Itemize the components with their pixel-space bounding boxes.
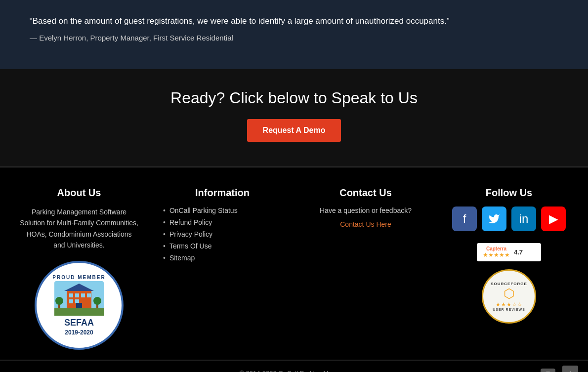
contact-us-here-link[interactable]: Contact Us Here (306, 220, 425, 228)
youtube-icon[interactable]: ▶ (541, 207, 566, 231)
sf-stars: ★★★☆☆ (496, 301, 523, 308)
social-icons-group: f in ▶ (450, 207, 568, 231)
capterra-stars: ★★★★★ (483, 251, 510, 258)
info-title: Information (163, 187, 282, 199)
list-item[interactable]: OnCall Parking Status (163, 207, 282, 214)
revain-icon[interactable]: R (541, 369, 555, 372)
copyright-text: © 2014-2020 OnCall Parking Manager (239, 370, 348, 372)
revain-widget: R Revain (541, 369, 578, 372)
footer-contact-col: Contact Us Have a question or feedback? … (296, 187, 435, 350)
sefaa-acronym: SEFAA (52, 318, 105, 328)
quote-section: “Based on the amount of guest registrati… (0, 0, 588, 69)
capterra-badge[interactable]: Capterra ★★★★★ 4.7 (477, 243, 541, 261)
svg-point-12 (55, 297, 63, 305)
sefaa-logo-svg (54, 281, 104, 316)
capterra-logo-text: Capterra (486, 246, 506, 251)
facebook-icon[interactable]: f (452, 207, 477, 231)
footer-about-col: About Us Parking Management Software Sol… (10, 187, 148, 350)
about-description: Parking Management Software Solution for… (20, 207, 138, 251)
quote-text: “Based on the amount of guest registrati… (30, 15, 558, 28)
refund-policy-link[interactable]: Refund Policy (169, 218, 212, 226)
svg-point-14 (93, 297, 101, 305)
list-item[interactable]: Refund Policy (163, 218, 282, 226)
sourceforge-badge[interactable]: SourceForge ⬡ ★★★☆☆ User Reviews (482, 269, 536, 324)
sefaa-badge: PROUD MEMBER (20, 261, 138, 350)
list-item[interactable]: Sitemap (163, 254, 282, 262)
badges-area: Capterra ★★★★★ 4.7 SourceForge ⬡ ★★★☆☆ U… (450, 243, 568, 324)
footer: About Us Parking Management Software Sol… (0, 167, 588, 360)
capterra-score: 4.7 (514, 248, 523, 256)
linkedin-icon[interactable]: in (511, 207, 536, 231)
sf-bottom-text: User Reviews (493, 308, 525, 311)
svg-rect-9 (76, 303, 82, 308)
twitter-icon[interactable] (482, 207, 506, 231)
quote-author: — Evelyn Herron, Property Manager, First… (30, 34, 558, 42)
contact-title: Contact Us (306, 187, 425, 199)
follow-title: Follow Us (450, 187, 568, 199)
list-item[interactable]: Terms Of Use (163, 242, 282, 250)
proud-member-text: PROUD MEMBER (52, 275, 105, 280)
svg-rect-8 (75, 299, 79, 303)
about-title: About Us (20, 187, 138, 199)
svg-rect-6 (87, 293, 91, 297)
cta-section: Ready? Click below to Speak to Us Reques… (0, 69, 588, 167)
list-item[interactable]: Privacy Policy (163, 230, 282, 238)
sf-top-text: SourceForge (491, 282, 527, 286)
svg-rect-4 (75, 293, 79, 297)
svg-rect-7 (69, 299, 73, 303)
footer-bottom: © 2014-2020 OnCall Parking Manager ↑ R R… (0, 360, 588, 372)
info-list: OnCall Parking Status Refund Policy Priv… (163, 207, 282, 262)
sf-logo-icon: ⬡ (504, 286, 515, 301)
svg-rect-3 (69, 293, 73, 297)
sefaa-year: 2019-2020 (52, 329, 105, 336)
privacy-policy-link[interactable]: Privacy Policy (169, 230, 212, 238)
contact-subtitle: Have a question or feedback? (306, 207, 425, 214)
sefaa-circle: PROUD MEMBER (35, 261, 124, 350)
svg-rect-1 (54, 308, 104, 316)
footer-follow-col: Follow Us f in ▶ Capterra ★★★★★ 4.7 (440, 187, 578, 350)
footer-info-col: Information OnCall Parking Status Refund… (153, 187, 292, 350)
oncall-parking-status-link[interactable]: OnCall Parking Status (169, 207, 238, 214)
request-demo-button[interactable]: Request A Demo (247, 119, 341, 142)
sitemap-link[interactable]: Sitemap (169, 254, 195, 262)
cta-title: Ready? Click below to Speak to Us (10, 89, 578, 107)
svg-rect-5 (81, 293, 85, 297)
terms-of-use-link[interactable]: Terms Of Use (169, 242, 212, 250)
